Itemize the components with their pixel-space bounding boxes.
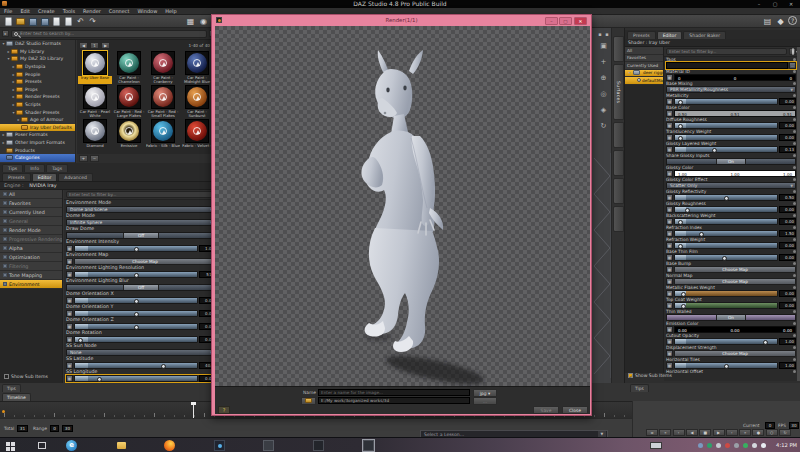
render-icon[interactable]: ◉ — [198, 16, 209, 27]
param-gear-icon[interactable] — [793, 238, 796, 241]
tree-item-shader-presets[interactable]: ▾Shader Presets — [0, 108, 75, 116]
slider-track[interactable] — [74, 323, 198, 330]
rs-group-filtering[interactable]: Filtering — [0, 262, 62, 271]
viewport-camera-icon[interactable]: ▪ — [597, 31, 603, 37]
rs-group-currently-used[interactable]: Currently Used — [0, 208, 62, 217]
surf-group-all[interactable]: All — [625, 47, 663, 55]
playback-button-4[interactable]: ■ — [699, 429, 711, 436]
slider-handle[interactable] — [763, 340, 768, 345]
param-value[interactable]: 0.00 — [779, 134, 796, 141]
scene-icon[interactable]: ▦ — [185, 16, 196, 27]
playback-button-2[interactable]: ‹ — [673, 429, 685, 436]
rs-group-render-mode[interactable]: Render Mode — [0, 226, 62, 235]
rs-group-environment[interactable]: Environment — [0, 280, 62, 289]
redo-icon[interactable]: ↷ — [87, 16, 98, 27]
taskbar-start-button[interactable] — [4, 440, 15, 451]
view-cube-icon[interactable]: ▣ — [598, 41, 609, 52]
connect-icon[interactable]: ◆ — [775, 16, 786, 27]
param-gear-icon[interactable] — [793, 262, 796, 265]
help-icon[interactable]: ? — [788, 16, 797, 25]
slider-track[interactable] — [74, 245, 198, 252]
tab-tips[interactable]: Tips — [2, 164, 23, 172]
tray-icon-6[interactable] — [743, 443, 748, 448]
map-button[interactable]: ▦ — [66, 271, 73, 278]
param-value[interactable]: 0.00 — [779, 302, 796, 309]
param-gear-icon[interactable] — [793, 118, 796, 121]
slider-handle[interactable] — [678, 136, 683, 141]
rs-group-general[interactable]: General — [0, 217, 62, 226]
menu-create[interactable]: Create — [38, 8, 55, 15]
remove-button[interactable]: − — [90, 155, 99, 162]
export-icon[interactable] — [63, 16, 74, 27]
param-gear-icon[interactable] — [793, 298, 796, 301]
show-sub-items-left[interactable]: Show Sub Items — [4, 374, 48, 379]
current-value[interactable]: 0 — [765, 422, 775, 429]
slider-handle[interactable] — [134, 273, 139, 278]
taskbar-edge-icon[interactable]: e — [66, 440, 77, 451]
toggle-track[interactable]: Off — [66, 284, 216, 291]
viewport-options-icon[interactable]: ▪ — [604, 31, 610, 37]
playback-button-0[interactable]: ≡ — [646, 429, 658, 436]
toggle-track[interactable]: On — [666, 314, 796, 321]
browse-button[interactable]: ... — [473, 397, 497, 405]
page-next-button[interactable]: ▶ — [101, 42, 110, 49]
param-value[interactable]: 0.00 — [779, 206, 796, 213]
slider-track[interactable] — [674, 242, 778, 249]
slider-track[interactable] — [74, 362, 198, 369]
toggle-button[interactable]: On — [716, 159, 747, 164]
param-gear-icon[interactable] — [793, 70, 796, 73]
map-button[interactable]: ▦ — [66, 297, 73, 304]
param-value[interactable]: 0.00 — [779, 242, 796, 249]
tree-item-poser-formats[interactable]: ▸Poser Formats — [0, 131, 75, 139]
tray-icon-5[interactable] — [734, 443, 739, 448]
playback-button-1[interactable]: « — [659, 429, 671, 436]
library-item-car-paint-sunburst[interactable]: Car Paint - Sunburst — [180, 85, 214, 119]
map-button[interactable]: ▦ — [66, 258, 73, 265]
fps-value[interactable]: 30 — [789, 422, 799, 429]
search-box[interactable] — [11, 30, 207, 38]
dock-tab-4[interactable] — [613, 178, 624, 204]
taskbar-taskview-button[interactable] — [36, 440, 47, 451]
slider-handle[interactable] — [78, 338, 83, 343]
dock-tab-0[interactable] — [613, 36, 624, 62]
slider-handle[interactable] — [134, 325, 139, 330]
page-prev-button[interactable]: ◀ — [79, 42, 88, 49]
new-file-icon[interactable] — [3, 16, 14, 27]
undo-icon[interactable]: ↶ — [75, 16, 86, 27]
range-from-value[interactable]: 0 — [50, 425, 59, 432]
menu-render[interactable]: Render — [83, 8, 101, 15]
tab-timeline[interactable]: Timeline — [2, 393, 31, 401]
slider-handle[interactable] — [678, 100, 683, 105]
menu-edit[interactable]: Edit — [20, 8, 30, 15]
param-value[interactable]: 1.50 — [779, 230, 796, 237]
tree-item-scripts[interactable]: ▸Scripts — [0, 101, 75, 109]
pan-icon[interactable]: + — [598, 57, 609, 68]
param-gear-icon[interactable] — [793, 322, 796, 325]
tab-info[interactable]: Info — [24, 164, 45, 172]
rs-group-alpha[interactable]: Alpha — [0, 244, 62, 253]
param-value[interactable]: 0.00 — [779, 254, 796, 261]
tree-item-products[interactable]: Products — [0, 146, 75, 154]
tree-item-render-presets[interactable]: ▸Render Presets — [0, 93, 75, 101]
library-filter-button[interactable]: ▸ — [2, 30, 9, 37]
save-as-icon[interactable] — [39, 16, 50, 27]
tree-item-age-of-armour[interactable]: ▸Age of Armour — [0, 116, 75, 124]
tab-tags[interactable]: Tags — [46, 164, 68, 172]
library-item-car-paint-cranberry[interactable]: Car Paint - Cranberry — [146, 51, 180, 85]
tree-item-iray-uber-defaults[interactable]: Iray Uber Defaults — [0, 124, 75, 132]
slider-handle[interactable] — [681, 292, 686, 297]
library-item-car-paint-chameleon[interactable]: Car Paint - Chameleon — [112, 51, 146, 85]
surf-tab-shader-baker[interactable]: Shader Baker — [683, 31, 726, 39]
slider-track[interactable] — [674, 134, 778, 141]
dock-tab-surfaces[interactable]: Surfaces — [613, 64, 624, 120]
taskbar-photos-icon[interactable] — [214, 440, 225, 451]
slider-handle[interactable] — [722, 256, 727, 261]
param-dropdown[interactable]: PBR Metallicity/Roughness▼ — [666, 86, 796, 93]
param-value[interactable]: 0.00 — [779, 290, 796, 297]
toggle-button[interactable]: On — [716, 315, 747, 320]
save-icon[interactable] — [27, 16, 38, 27]
filter-input[interactable] — [666, 48, 787, 55]
param-gear-icon[interactable] — [793, 310, 796, 313]
slider-handle[interactable] — [678, 220, 683, 225]
tab-tips-left[interactable]: Tips — [2, 384, 21, 392]
